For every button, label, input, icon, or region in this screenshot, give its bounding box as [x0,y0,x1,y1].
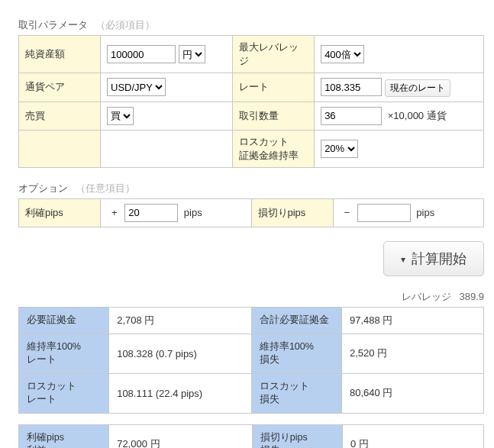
rate-input[interactable] [321,78,382,96]
req-margin-value: 2,708 円 [109,307,252,334]
tp-sign: + [111,207,118,218]
params-note: （必須項目） [95,19,155,31]
leverage-label: 最大レバレッジ [233,36,315,73]
rate-label: レート [233,73,315,102]
total-req-margin-label: 合計必要証拠金 [251,307,341,334]
params-header: 取引パラメータ （必須項目） [18,18,476,32]
qty-input[interactable] [321,107,382,125]
net-assets-label: 純資産額 [19,36,101,73]
options-note: （任意項目） [76,182,135,194]
losscut-loss-value: 80,640 円 [342,373,484,413]
tp-cell: + pips [101,198,252,227]
losscut-select[interactable]: 20% [321,140,358,158]
losscut-rate-value: 108.111 (22.4 pips) [109,373,252,413]
maint100-loss-value: 2,520 円 [342,334,484,373]
options-header: オプション （任意項目） [18,182,476,195]
currency-pair-select[interactable]: USD/JPY [107,78,166,96]
results-table-2: 利確pips 利益 72,000 円 損切りpips 損失 0 円 [18,424,484,449]
losscut-label: ロスカット 証拠金維持率 [233,130,315,167]
currency-pair-label: 通貨ペア [19,73,101,102]
leverage-select[interactable]: 400倍 [321,45,364,63]
sl-input[interactable] [357,204,411,222]
maint100-rate-label: 維持率100% レート [19,334,109,373]
qty-label: 取引数量 [233,102,315,130]
maint100-rate-value: 108.328 (0.7 pips) [109,334,252,373]
sl-sign: − [344,207,350,218]
calculate-button[interactable]: ▾計算開始 [383,241,484,276]
params-table: 純資産額 円 最大レバレッジ 400倍 通貨ペア USD/JPY レート 現在の… [18,35,484,168]
sl-label: 損切りpips [251,198,333,227]
rate-cell: 現在のレート [315,73,484,102]
current-rate-button[interactable]: 現在のレート [385,79,450,97]
qty-unit: ×10,000 通貨 [388,110,447,121]
net-assets-input[interactable] [107,45,176,63]
qty-cell: ×10,000 通貨 [315,102,484,130]
options-table: 利確pips + pips 損切りpips − pips [18,198,484,227]
side-label: 売買 [19,102,101,130]
net-assets-unit-select[interactable]: 円 [179,45,205,63]
tp-unit: pips [184,207,202,218]
tp-profit-label: 利確pips 利益 [19,424,109,448]
params-title: 取引パラメータ [18,19,88,31]
req-margin-label: 必要証拠金 [19,307,109,334]
results-table-1: 必要証拠金 2,708 円 合計必要証拠金 97,488 円 維持率100% レ… [18,307,484,414]
currency-pair-cell: USD/JPY [101,73,233,102]
options-title: オプション [18,182,68,194]
total-req-margin-value: 97,488 円 [342,307,484,334]
leverage-display: レバレッジ 389.9 [18,290,484,304]
leverage-cell: 400倍 [315,36,484,73]
losscut-loss-label: ロスカット 損失 [251,373,341,413]
tp-profit-value: 72,000 円 [109,424,253,448]
chevron-down-icon: ▾ [401,254,405,265]
tp-input[interactable] [124,204,178,222]
losscut-rate-label: ロスカット レート [19,373,109,413]
side-select[interactable]: 買 [107,107,134,125]
side-cell: 買 [101,102,233,130]
tp-label: 利確pips [19,198,101,227]
sl-unit: pips [416,207,434,218]
maint100-loss-label: 維持率100% 損失 [251,334,341,373]
sl-loss-label: 損切りpips 損失 [252,424,342,448]
sl-loss-value: 0 円 [342,424,483,448]
losscut-cell: 20% [315,130,484,167]
net-assets-cell: 円 [101,36,233,73]
sl-cell: − pips [333,198,484,227]
